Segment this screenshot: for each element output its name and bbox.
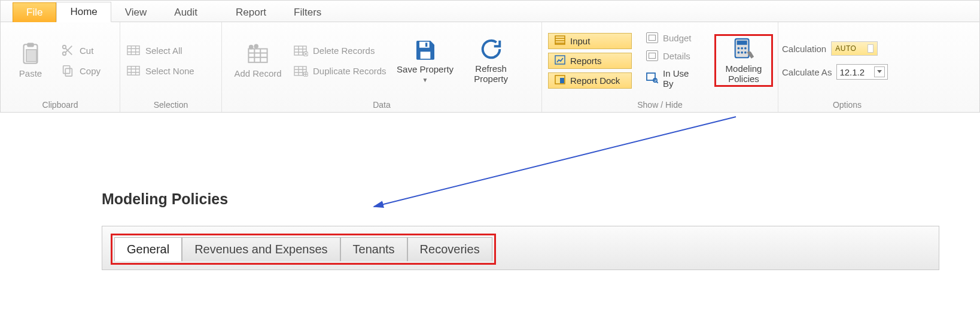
tab-file[interactable]: File [13,2,56,22]
tabs-highlight: General Revenues and Expenses Tenants Re… [111,234,496,265]
group-clipboard: Paste Cut Copy [1,22,120,112]
copy-label: Copy [80,66,101,76]
calculation-mode-field[interactable]: AUTO [831,41,878,56]
svg-rect-22 [560,78,564,83]
modeling-policies-line1: Modeling [726,63,762,74]
in-use-by-label: In Use By [663,68,700,89]
calculation-label: Calculation [782,44,826,54]
add-record-button[interactable]: Add Record [228,42,288,78]
duplicate-records-label: Duplicate Records [313,66,386,76]
copy-button[interactable]: Copy [60,63,101,78]
svg-rect-8 [127,66,139,75]
dock-icon [555,75,565,86]
svg-point-28 [741,47,743,49]
group-selection-label: Selection [120,99,221,112]
details-icon [646,50,658,61]
cut-button[interactable]: Cut [60,43,101,57]
duplicate-records-button[interactable]: Duplicate Records [294,63,386,78]
tab-filters[interactable]: Filters [280,2,335,22]
svg-rect-6 [63,66,70,74]
svg-rect-17 [420,52,430,59]
reports-button[interactable]: Reports [548,53,632,69]
svg-point-30 [738,52,740,54]
select-all-button[interactable]: Select All [126,43,194,57]
modeling-policies-button[interactable]: Modeling Policies [717,37,770,84]
delete-records-label: Delete Records [313,46,375,56]
svg-point-32 [744,52,747,54]
chevron-down-icon: ▼ [422,77,428,83]
svg-point-31 [741,52,743,54]
svg-point-11 [254,45,258,49]
delete-records-button[interactable]: Delete Records [294,43,386,57]
select-none-label: Select None [145,66,194,76]
ribbon-tabs: File Home View Audit Report Filters [1,1,979,22]
svg-rect-9 [248,49,267,63]
tab-audit[interactable]: Audit [160,2,211,22]
clipboard-icon [19,42,42,66]
details-label: Details [663,51,690,61]
group-options: Calculation AUTO Calculate As 12.1.2 [778,22,916,112]
svg-rect-26 [737,40,747,44]
tab-home[interactable]: Home [56,2,111,22]
svg-rect-1 [27,43,34,47]
svg-rect-2 [26,50,36,62]
tab-report[interactable]: Report [222,2,280,22]
budget-button[interactable]: Budget [640,31,706,45]
grid-empty-icon [126,63,141,78]
select-none-button[interactable]: Select None [126,63,194,78]
ribbon: File Home View Audit Report Filters Past… [0,0,980,113]
cut-label: Cut [80,46,93,56]
document-icon [646,32,658,43]
calculator-wrench-icon [732,37,756,61]
duplicate-records-icon [294,63,308,78]
svg-rect-5 [65,68,72,76]
modeling-policies-tabstrip: General Revenues and Expenses Tenants Re… [102,226,980,270]
calculate-as-select[interactable]: 12.1.2 [836,64,888,80]
paste-button[interactable]: Paste [7,42,54,78]
group-data-label: Data [222,99,541,112]
select-all-label: Select All [145,46,182,56]
refresh-property-button[interactable]: Refresh Property [464,37,518,84]
reports-label: Reports [570,56,602,66]
svg-point-3 [63,52,66,56]
refresh-icon [479,37,503,61]
report-dock-button[interactable]: Report Dock [548,72,632,89]
tab-recoveries[interactable]: Recoveries [407,237,492,261]
svg-point-4 [63,46,66,49]
calculation-mode-value: AUTO [835,44,856,53]
group-data: Add Record Delete Records [222,22,542,112]
page-title: Modeling Policies [102,190,980,208]
svg-point-27 [738,47,740,49]
group-clipboard-label: Clipboard [1,99,120,112]
tab-view[interactable]: View [111,2,161,22]
add-record-label: Add Record [234,68,281,78]
chart-icon [555,55,565,66]
input-label: Input [570,36,590,46]
group-show-hide: Input Reports Report Dock [542,22,778,112]
input-button[interactable]: Input [548,33,632,49]
budget-label: Budget [663,33,692,43]
tab-revenues-expenses[interactable]: Revenues and Expenses [182,237,340,261]
group-options-label: Options [778,99,916,112]
tab-tenants[interactable]: Tenants [340,237,407,261]
svg-rect-16 [419,42,430,48]
list-icon [555,35,565,47]
modeling-policies-highlight: Modeling Policies [714,34,773,87]
group-show-hide-label: Show / Hide [542,99,778,112]
details-button[interactable]: Details [640,49,706,63]
svg-point-29 [744,47,747,49]
save-property-button[interactable]: Save Property ▼ [392,38,458,83]
report-dock-label: Report Dock [570,75,620,86]
calc-mode-handle-icon [868,44,874,53]
scissors-icon [60,43,75,57]
in-use-by-button[interactable]: In Use By [640,66,706,90]
tab-general[interactable]: General [114,237,182,261]
calculate-as-label: Calculate As [782,67,832,77]
ribbon-groups: Paste Cut Copy [1,22,979,112]
calculate-as-value: 12.1.2 [839,67,865,77]
add-record-icon [246,42,270,66]
magnifier-icon [646,72,658,85]
svg-point-10 [249,46,253,49]
copy-icon [60,63,75,78]
group-selection: Select All Select None Selection [120,22,222,112]
